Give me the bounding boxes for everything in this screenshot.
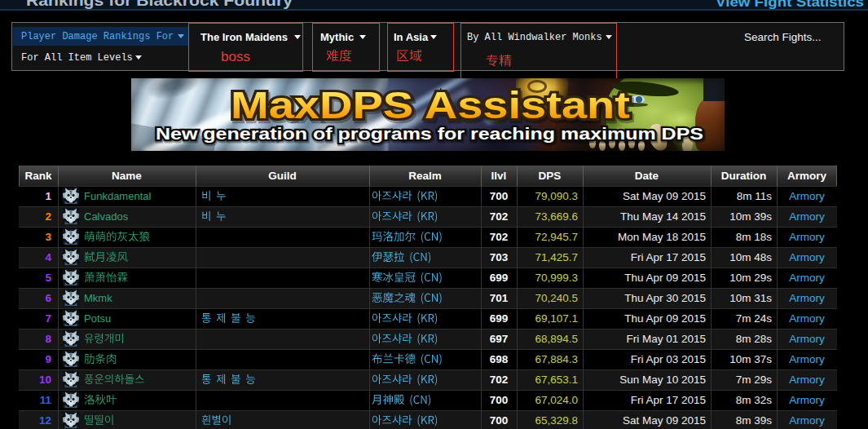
svg-text:View Fight Statistics: View Fight Statistics (716, 0, 864, 9)
svg-text:New generation of programs for: New generation of programs for reaching … (156, 124, 703, 143)
svg-text:MaxDPS Assistant: MaxDPS Assistant (231, 83, 630, 126)
svg-text:Rankings for Blackrock Foundry: Rankings for Blackrock Foundry (26, 0, 293, 9)
